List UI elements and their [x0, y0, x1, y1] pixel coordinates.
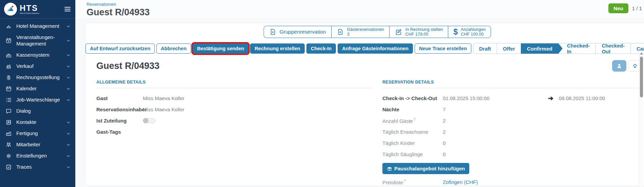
chevron-down-icon [66, 64, 71, 69]
new-button[interactable]: Neu [608, 3, 628, 13]
reservation-card: Gruppenreservation Gästereservationen 3 … [85, 22, 644, 186]
list-icon [5, 97, 12, 103]
sidebar-item-kontakte[interactable]: Kontakte [0, 117, 75, 128]
cash-register-icon [5, 52, 12, 58]
logo-title: HTS [20, 4, 39, 12]
toolbar-segment-title: Gruppenreservation [280, 29, 326, 35]
sidebar-item-job-warteschlange[interactable]: Job-Warteschlange [0, 94, 75, 106]
gift-icon [387, 166, 392, 171]
sidebar-item-kalender[interactable]: Kalender [0, 83, 75, 94]
money-bag-icon [5, 74, 12, 81]
field-label: Gast [96, 95, 143, 101]
field-label: Check-In -> Check-Out [382, 95, 443, 101]
chevron-down-icon [66, 120, 71, 125]
cancel-button[interactable]: Abbrechen [156, 43, 191, 54]
document-icon [269, 28, 277, 36]
check-in-button[interactable]: Check-In [306, 43, 336, 54]
breadcrumb[interactable]: Reservationen [87, 2, 150, 7]
scroll-up-arrow-icon[interactable] [639, 51, 643, 55]
checkin-date[interactable]: 01.08.2025 15:00:00 [443, 95, 548, 101]
field-value[interactable]: Miss Maeva Koller [143, 95, 185, 101]
vertical-scrollbar[interactable] [639, 51, 643, 187]
chevron-down-icon [66, 98, 71, 102]
chevron-down-icon [66, 131, 71, 136]
field-gast: Gast Miss Maeva Koller [96, 93, 372, 104]
toolbar-anzahlungen[interactable]: $ Anzahlungen CHF 100.00 [448, 26, 491, 38]
status-confirmed[interactable]: Confirmed [521, 43, 558, 54]
field-value[interactable]: 2 [443, 129, 446, 135]
sidebar-item-label: Kontakte [16, 119, 62, 126]
sidebar-item-traces[interactable]: Traces [0, 162, 75, 173]
main-area: Reservationen Guest R/04933 Neu 1 / 1 Gr… [75, 0, 644, 187]
scrollbar-thumb[interactable] [640, 57, 643, 97]
field-label: Preisliste? [382, 179, 443, 185]
field-value[interactable]: Miss Maeva Koller [143, 107, 185, 112]
toolbar-gruppenreservation[interactable]: Gruppenreservation [264, 26, 331, 38]
sidebar-item-veranstaltungen-management[interactable]: Veranstaltungen-Management [0, 32, 75, 50]
help-marker[interactable]: ? [414, 118, 416, 121]
field-value[interactable]: 0 [443, 151, 446, 157]
sidebar-item-rechnungsstellung[interactable]: Rechnungsstellung [0, 72, 75, 83]
status-checked-out[interactable]: Checked-Out [595, 43, 630, 54]
field-value[interactable]: 7 [443, 107, 446, 112]
factory-icon [5, 130, 12, 137]
status-offer[interactable]: Offer [497, 43, 521, 54]
chevron-down-icon [66, 53, 71, 57]
reset-to-draft-button[interactable]: Auf Entwurf zurücksetzen [86, 43, 155, 54]
sidebar-item-verkauf[interactable]: Verkauf [0, 61, 75, 72]
reservation-details-heading: RESERVATION DETAILS [382, 80, 644, 88]
checkbox-icon [5, 164, 12, 170]
chevron-down-icon [66, 87, 71, 91]
service-bell-icon [5, 23, 12, 30]
field-label: Anzahl Gäste? [382, 118, 443, 124]
send-confirmation-button[interactable]: Bestätigung senden [193, 43, 249, 54]
sidebar-item-label: Traces [16, 164, 62, 170]
field-gast-tags: Gast-Tags [96, 126, 372, 137]
status-checked-in[interactable]: Checked-In [558, 43, 596, 54]
field-label: Ist Zuteilung [96, 118, 143, 124]
page-header: Reservationen Guest R/04933 Neu 1 / 1 [75, 0, 644, 19]
field-taeglich-erwachsene: Täglich Erwachsene 2 [382, 126, 644, 137]
sidebar-item-label: Rechnungsstellung [16, 74, 62, 81]
field-taeglich-saeuglinge: Täglich Säuglinge 0 [382, 149, 644, 160]
single-guest-view-button[interactable] [612, 60, 626, 72]
checkout-date[interactable]: 08.08.2025 11:00:00 [559, 95, 605, 101]
record-title: Guest R/04933 [96, 61, 159, 71]
general-details-heading: ALLGEMEINE DETAILS [96, 80, 372, 88]
sidebar-item-label: Job-Warteschlange [16, 97, 62, 103]
field-value[interactable]: 2 [443, 118, 446, 124]
add-package-offer-button[interactable]: Pauschalangebot hinzufügen [382, 163, 469, 174]
chevron-down-icon [66, 24, 71, 29]
field-label: Täglich Kinder [382, 140, 443, 146]
help-marker[interactable]: ? [404, 179, 406, 183]
edit-icon [395, 28, 402, 36]
general-details-section: ALLGEMEINE DETAILS Gast Miss Maeva Kolle… [96, 80, 372, 187]
hamburger-menu-icon[interactable] [64, 5, 71, 13]
sidebar-item-einstellungen[interactable]: Einstellungen [0, 150, 75, 162]
pricelist-link[interactable]: Zofingen (CHF) [443, 179, 478, 185]
pagination-count: 1 / 1 [632, 5, 642, 11]
create-invoice-button[interactable]: Rechnung erstellen [250, 43, 305, 54]
ist-zuteilung-toggle[interactable] [143, 118, 155, 123]
sidebar-item-hotel-management[interactable]: Hotel Management [0, 21, 75, 32]
chevron-down-icon [66, 165, 71, 169]
reservation-details-section: RESERVATION DETAILS Check-In -> Check-Ou… [382, 80, 644, 187]
field-label: Nächte [382, 107, 443, 112]
logo-row: HTS Hotel & Tourism Solutions [0, 0, 75, 19]
field-taeglich-kinder: Täglich Kinder 0 [382, 137, 644, 149]
toolbar-gaestereservationen[interactable]: Gästereservationen 3 [331, 26, 389, 38]
new-trace-button[interactable]: Neue Trace erstellen [415, 43, 471, 54]
status-draft[interactable]: Draft [473, 43, 497, 54]
sidebar-item-kassensystem[interactable]: Kassensystem [0, 50, 75, 61]
document-icon [337, 28, 344, 36]
field-value[interactable]: 0 [443, 140, 446, 146]
sidebar-item-label: Kalender [16, 86, 62, 92]
toolbar-segment-title: In Rechnung stellen [405, 27, 443, 32]
sidebar-item-fertigung[interactable]: Fertigung [0, 128, 75, 139]
toolbar-segment-title: Anzahlungen [461, 27, 486, 32]
sidebar-item-mitarbeiter[interactable]: Mitarbeiter [0, 139, 75, 150]
field-checkin-checkout: Check-In -> Check-Out 01.08.2025 15:00:0… [382, 93, 644, 104]
sidebar-item-dialog[interactable]: Dialog [0, 106, 75, 117]
toolbar-in-rechnung-stellen[interactable]: In Rechnung stellen CHF 178.00 [389, 26, 448, 38]
request-guest-info-button[interactable]: Anfrage Gästeinformationen [338, 43, 413, 54]
